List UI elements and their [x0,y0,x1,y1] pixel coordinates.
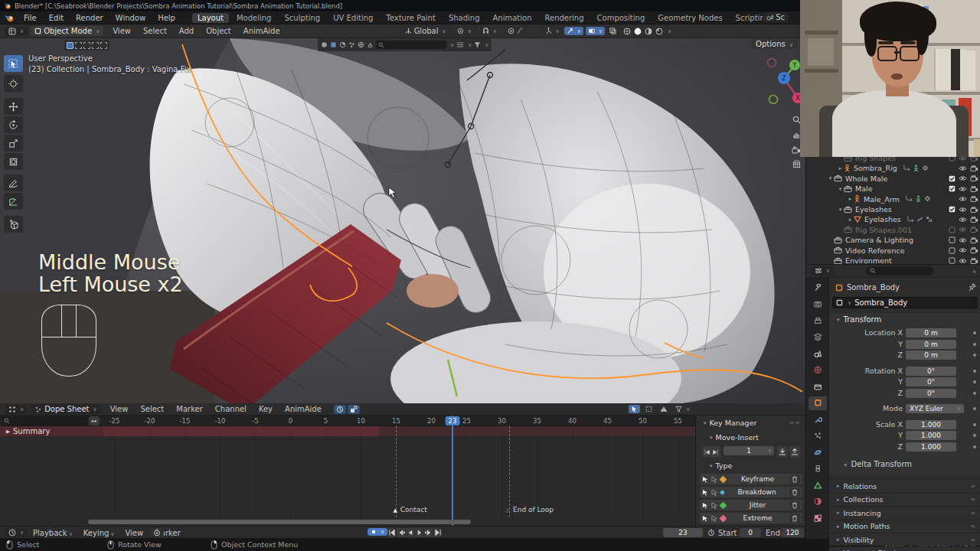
deselect-keys-icon[interactable] [711,502,718,509]
properties-tab-constraints[interactable] [808,462,827,476]
gizmo-axis-neg-x[interactable] [769,96,778,104]
select-cursor-toggle[interactable] [629,405,640,413]
tool-annotate-button[interactable] [4,174,23,191]
outliner-row-camera-lighting[interactable]: Camera & Lighting [806,235,980,245]
delete-keys-button[interactable] [789,514,800,523]
marker-contact[interactable]: ▲Contact [393,506,426,514]
workspace-tab-compositing[interactable]: Compositing [592,13,651,23]
mode-selector[interactable]: Object Mode ∨ [31,26,103,36]
visibility-checkbox[interactable] [949,175,956,182]
move-insert-value-field[interactable]: 1∨ [724,446,774,455]
dope-filter-funnel[interactable]: ∨ [673,405,692,413]
properties-tab-render[interactable] [808,298,827,311]
field-value-y[interactable]: 0° [906,377,956,386]
field-value-z[interactable]: 0 m [906,350,956,360]
previous-keyframe-button[interactable] [397,528,405,537]
display-mode-icon[interactable] [456,41,464,48]
tool-scale-button[interactable] [4,135,23,152]
eye-icon[interactable] [959,217,967,223]
outliner-row-video-reference[interactable]: Video Reference [806,246,980,256]
workspace-tab-rendering[interactable]: Rendering [539,13,589,23]
playhead[interactable] [452,416,453,526]
delta-transform-section[interactable]: ▸Delta Transform [843,460,912,468]
deselect-keys-icon[interactable] [711,489,718,496]
select-mode-invert[interactable] [92,42,99,49]
dope-sheet-ruler[interactable]: -25-20-15-10-5051015202530354045505523 [0,416,695,426]
workspace-tab-shading[interactable]: Shading [443,13,485,23]
section-drag-handle[interactable]: ≡ [970,536,976,543]
select-keys-icon[interactable] [702,515,709,522]
transform-panel-header[interactable]: ▾Transform [835,315,881,324]
menu-file[interactable]: File [18,14,43,22]
panel-drag-handle[interactable]: ≡≡ [789,419,801,426]
select-mode-intersect[interactable] [100,42,107,49]
shading-solid-icon[interactable] [634,28,642,35]
section-relations[interactable]: ▸Relations≡ [829,479,980,492]
section-viewport-display[interactable]: ▸Viewport Display≡ [829,546,980,551]
expand-arrow-closed[interactable]: ▸ [847,196,854,202]
select-keys-icon[interactable] [702,502,709,509]
snap-keys-button[interactable] [348,405,360,414]
box-select-toggle[interactable] [643,405,655,413]
properties-tab-world[interactable] [808,364,827,377]
dope-menu-view[interactable]: View [104,405,135,413]
expand-icon[interactable]: ▶ [6,429,10,435]
eye-icon[interactable] [959,196,967,202]
properties-tab-modifiers[interactable] [808,412,827,426]
pin-icon[interactable] [969,283,976,292]
camera-visibility-icon[interactable] [970,175,978,181]
field-value-location-x[interactable]: 0 m [906,328,956,337]
eye-icon[interactable] [959,227,967,233]
jump-to-start-button[interactable] [387,528,396,537]
expand-arrow-closed[interactable]: ▸ [837,165,844,171]
properties-tab-object[interactable] [808,396,827,410]
timeline-editor-selector[interactable]: ∨ [5,528,28,537]
workspace-tab-uv-editing[interactable]: UV Editing [328,13,378,23]
tool-transform-button[interactable] [4,153,23,170]
insert-key-down-button[interactable] [777,446,788,458]
animate-dot[interactable] [973,343,976,346]
workspace-tab-animation[interactable]: Animation [488,13,537,23]
tool-cursor-button[interactable] [4,75,23,92]
section-instancing[interactable]: ▸Instancing≡ [829,506,980,519]
pivot-point-button[interactable]: ∨ [453,27,475,35]
properties-tab-collection[interactable] [808,380,827,393]
properties-tab-data[interactable] [808,478,827,492]
properties-tab-material[interactable] [808,495,827,509]
camera-visibility-icon[interactable] [970,258,978,264]
blue-square-icon[interactable] [330,41,337,48]
field-value-rotation-x[interactable]: 0° [906,367,956,376]
workspace-tab-texture-paint[interactable]: Texture Paint [381,13,441,23]
tool-measure-button[interactable] [4,193,23,210]
current-frame-field[interactable]: 23 [663,528,703,537]
shading-material-icon[interactable] [645,28,652,35]
frame-end-field[interactable]: 120 [781,528,804,537]
shading-wireframe-icon[interactable] [623,28,631,35]
expand-arrow-open[interactable]: ▾ [827,175,834,181]
properties-tab-tool[interactable] [808,281,827,295]
blender-menu-icon[interactable] [5,14,15,22]
outliner-row-male-arm[interactable]: ▸Male_Arm [806,194,980,204]
pie-chart-icon[interactable] [339,41,346,48]
workspace-tab-modeling[interactable]: Modeling [231,13,277,23]
visibility-checkbox[interactable] [949,247,956,254]
workspace-tab-geometry-nodes[interactable]: Geometry Nodes [652,13,727,23]
navigation-gizmo[interactable]: Y X Z [764,55,805,107]
gray-sphere-icon[interactable] [321,41,328,48]
field-value-z[interactable]: 1.000 [906,442,956,452]
animate-dot[interactable] [973,434,976,437]
field-value-scale-x[interactable]: 1.000 [906,420,956,429]
filter-funnel-icon[interactable] [474,41,481,48]
outliner-row-eyelashes[interactable]: ▾Eyelashes [806,204,980,214]
editor-type-selector[interactable]: ∨ [5,27,28,36]
play-button[interactable] [415,528,423,537]
animate-dot[interactable] [973,392,976,395]
globe-icon[interactable] [358,41,364,48]
field-value-mode[interactable]: XYZ Euler∨ [906,404,964,413]
field-value-y[interactable]: 0 m [906,340,956,349]
gizmos-dropdown[interactable]: ∨ [543,27,562,35]
viewport-3d[interactable]: ∨ ∨ ∨ Options ∨ User Perspective (23) Co… [0,38,805,403]
next-keyframe-button[interactable] [424,528,433,537]
eye-icon[interactable] [959,247,967,253]
properties-editor-selector[interactable]: ∨ [811,266,834,276]
